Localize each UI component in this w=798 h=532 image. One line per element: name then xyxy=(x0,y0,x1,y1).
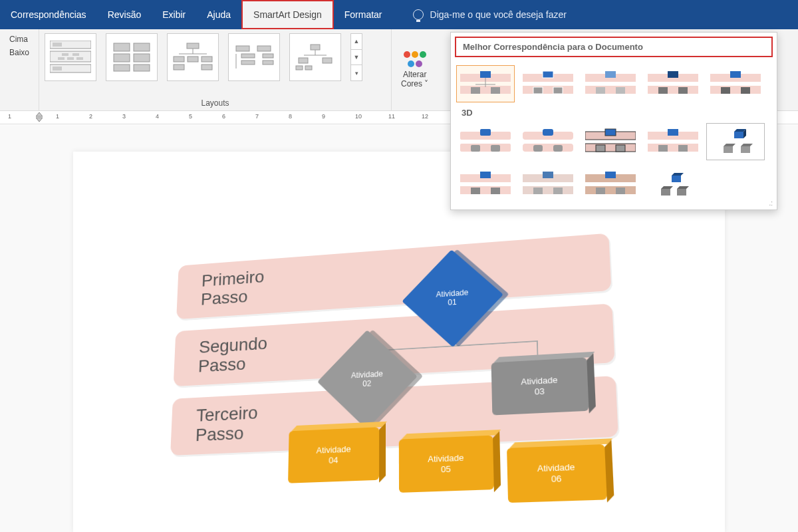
node-label: Atividade05 xyxy=(428,453,464,475)
svg-rect-79 xyxy=(605,129,616,136)
step-label-3: TerceiroPasso xyxy=(195,404,258,446)
layout-option-3[interactable] xyxy=(167,33,219,81)
node-atividade-06[interactable]: Atividade06 xyxy=(507,444,607,503)
style-best-match-2[interactable] xyxy=(519,65,577,102)
svg-rect-37 xyxy=(305,66,312,70)
node-atividade-05[interactable]: Atividade05 xyxy=(399,436,494,493)
change-colors-label: AlterarCores ˅ xyxy=(401,70,428,89)
svg-rect-51 xyxy=(553,87,563,94)
svg-rect-89 xyxy=(734,132,743,138)
layout-option-2[interactable] xyxy=(106,33,158,81)
style-3d-9[interactable] xyxy=(644,166,702,203)
ruler-number: 1 xyxy=(56,113,59,120)
layout-option-1[interactable] xyxy=(45,33,96,81)
create-graphic-group: Cima Baixo xyxy=(0,29,39,110)
step-band-1[interactable]: PrimeiroPasso xyxy=(176,233,611,319)
svg-rect-34 xyxy=(299,58,308,63)
tab-revisao[interactable]: Revisão xyxy=(97,0,152,29)
svg-rect-20 xyxy=(188,57,198,62)
layout-option-5[interactable] xyxy=(289,33,341,81)
svg-rect-83 xyxy=(648,144,698,152)
svg-marker-39 xyxy=(36,118,43,122)
svg-rect-107 xyxy=(596,188,605,194)
style-best-match-1[interactable] xyxy=(456,65,515,102)
svg-rect-30 xyxy=(263,61,273,65)
indent-marker-icon[interactable] xyxy=(36,112,43,122)
svg-rect-12 xyxy=(114,54,130,62)
layouts-group-label: Layouts xyxy=(39,98,391,108)
style-best-match-5[interactable] xyxy=(706,65,765,102)
smartart-graphic[interactable]: PrimeiroPasso SegundoPasso TerceiroPasso… xyxy=(166,233,623,532)
move-up-button[interactable]: Cima xyxy=(9,35,29,44)
svg-rect-61 xyxy=(678,87,688,94)
tab-correspondencias[interactable]: Correspondências xyxy=(0,0,97,29)
style-3d-2[interactable] xyxy=(519,123,577,160)
svg-rect-19 xyxy=(174,57,184,62)
ruler-number: 8 xyxy=(289,113,292,120)
style-3d-1[interactable] xyxy=(456,123,515,160)
style-3d-8[interactable] xyxy=(581,166,640,203)
style-best-match-3[interactable] xyxy=(581,65,640,102)
svg-rect-13 xyxy=(134,54,150,62)
svg-rect-35 xyxy=(323,58,332,63)
style-3d-4[interactable] xyxy=(644,123,702,160)
svg-rect-95 xyxy=(460,186,511,194)
tell-me-label: Diga-me o que você deseja fazer xyxy=(430,9,567,20)
svg-rect-96 xyxy=(480,172,491,178)
svg-rect-68 xyxy=(460,144,511,152)
svg-marker-90 xyxy=(724,144,735,146)
step-label-1: PrimeiroPasso xyxy=(201,268,265,309)
tab-formatar[interactable]: Formatar xyxy=(334,0,393,29)
svg-rect-31 xyxy=(311,45,320,50)
layout-option-4[interactable] xyxy=(228,33,280,81)
svg-rect-69 xyxy=(480,129,491,136)
lightbulb-icon xyxy=(413,9,424,20)
style-3d-6[interactable] xyxy=(456,166,515,203)
svg-rect-15 xyxy=(134,65,150,71)
style-3d-7[interactable] xyxy=(519,166,577,203)
style-3d-5[interactable] xyxy=(706,123,765,160)
ruler-number: 10 xyxy=(355,113,362,120)
svg-rect-70 xyxy=(471,145,480,152)
svg-rect-55 xyxy=(596,87,605,94)
style-best-match-4[interactable] xyxy=(644,65,702,102)
svg-rect-100 xyxy=(523,186,573,194)
svg-rect-110 xyxy=(672,176,681,182)
ruler-number: 5 xyxy=(189,113,192,120)
ruler-number: 7 xyxy=(255,113,259,120)
layout-expand[interactable]: ▾ xyxy=(351,65,362,80)
tab-smartart-design[interactable]: SmartArt Design xyxy=(241,0,334,29)
svg-rect-78 xyxy=(585,144,636,152)
style-3d-3[interactable] xyxy=(581,123,640,160)
svg-rect-103 xyxy=(553,188,563,194)
gallery-3d-header: 3D xyxy=(455,105,773,120)
svg-rect-73 xyxy=(523,144,573,152)
gallery-resize-grip[interactable]: .: xyxy=(769,200,773,207)
svg-marker-92 xyxy=(741,144,753,146)
svg-rect-66 xyxy=(741,87,750,94)
svg-rect-11 xyxy=(134,43,150,51)
color-palette-icon-row2 xyxy=(408,61,422,67)
svg-rect-36 xyxy=(296,66,303,70)
svg-rect-75 xyxy=(533,145,543,152)
ruler-number: 9 xyxy=(322,113,325,120)
svg-rect-28 xyxy=(257,46,271,51)
tell-me-search[interactable]: Diga-me o que você deseja fazer xyxy=(413,9,567,20)
ruler-number: 11 xyxy=(388,113,395,120)
svg-rect-108 xyxy=(616,188,625,194)
move-down-button[interactable]: Baixo xyxy=(9,48,29,57)
layout-scroll-up[interactable]: ▲ xyxy=(351,34,362,50)
node-atividade-02[interactable]: Atividade02 xyxy=(331,342,402,416)
layout-gallery-spinner: ▲ ▼ ▾ xyxy=(350,33,362,81)
tab-exibir[interactable]: Exibir xyxy=(152,0,196,29)
svg-rect-42 xyxy=(480,71,491,78)
svg-rect-81 xyxy=(616,145,625,152)
svg-rect-60 xyxy=(658,87,668,94)
change-colors-button[interactable]: AlterarCores ˅ xyxy=(392,29,438,110)
tab-ajuda[interactable]: Ajuda xyxy=(196,0,241,29)
svg-rect-84 xyxy=(668,129,678,136)
svg-rect-74 xyxy=(543,129,553,136)
svg-rect-49 xyxy=(543,71,553,78)
svg-rect-85 xyxy=(658,145,668,152)
layout-scroll-down[interactable]: ▼ xyxy=(351,50,362,66)
